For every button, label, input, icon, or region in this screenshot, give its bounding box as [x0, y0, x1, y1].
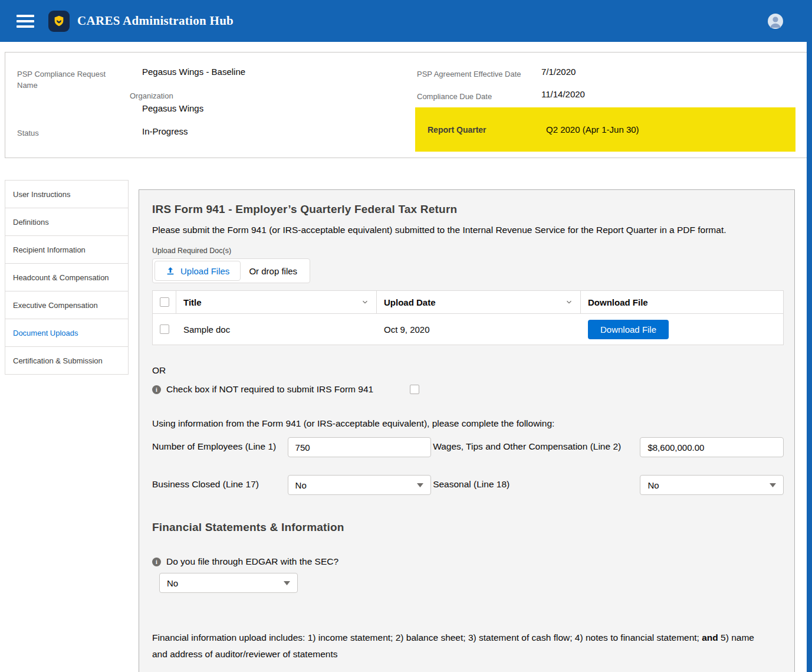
edgar-value: No	[167, 578, 178, 588]
upload-icon	[166, 266, 175, 276]
financial-upload-note: Financial information upload includes: 1…	[152, 630, 768, 663]
info-icon[interactable]	[152, 385, 161, 394]
wages-input[interactable]	[640, 437, 784, 457]
not-required-row: Check box if NOT required to submit IRS …	[152, 384, 784, 395]
vertical-scrollbar[interactable]	[807, 0, 812, 672]
effective-date-value: 7/1/2020	[541, 67, 576, 77]
organization-label: Organization	[130, 90, 173, 101]
upload-date-cell: Oct 9, 2020	[377, 324, 581, 335]
column-header-download-file: Download File	[581, 291, 783, 313]
row-checkbox-cell	[153, 324, 176, 334]
dropdown-arrow-icon	[770, 483, 776, 487]
section-nav: User Instructions Definitions Recipient …	[5, 180, 129, 375]
shield-icon	[52, 15, 65, 28]
document-title-cell: Sample doc	[176, 324, 377, 335]
sidebar-item-executive-compensation[interactable]: Executive Compensation	[5, 291, 129, 319]
sidebar-item-recipient-information[interactable]: Recipient Information	[5, 235, 129, 264]
sidebar-item-certification-submission[interactable]: Certification & Submission	[5, 346, 129, 375]
file-dropzone[interactable]: Upload Files Or drop files	[152, 258, 310, 283]
row-checkbox[interactable]	[160, 324, 169, 334]
financial-statements-heading: Financial Statements & Information	[152, 521, 784, 534]
sidebar-item-label: Headcount & Compensation	[13, 273, 109, 282]
organization-value: Pegasus Wings	[142, 103, 203, 113]
sidebar-item-label: Document Uploads	[13, 329, 78, 337]
dropdown-arrow-icon	[417, 483, 423, 487]
sidebar-item-label: Certification & Submission	[13, 356, 103, 365]
request-name-value: Pegasus Wings - Baseline	[142, 67, 245, 77]
sidebar-item-label: Recipient Information	[13, 245, 86, 254]
employees-input[interactable]	[288, 437, 432, 457]
business-closed-select[interactable]: No	[288, 475, 432, 495]
dropdown-arrow-icon	[284, 581, 290, 585]
note-part1: Financial information upload includes: 1…	[152, 632, 702, 643]
sidebar-item-label: User Instructions	[13, 190, 71, 199]
column-download-label: Download File	[588, 297, 648, 307]
note-bold: and	[702, 632, 718, 643]
form-row-2: Business Closed (Line 17) No Seasonal (L…	[152, 475, 784, 495]
app-title: CARES Administration Hub	[77, 14, 234, 28]
form-941-instructions: Using information from the Form 941 (or …	[152, 418, 784, 429]
sidebar-item-label: Executive Compensation	[13, 301, 98, 310]
upload-files-label: Upload Files	[180, 266, 229, 276]
compliance-summary-card: PSP Compliance Request Name Pegasus Wing…	[5, 52, 807, 158]
report-quarter-highlight: Report Quarter Q2 2020 (Apr 1-Jun 30)	[415, 107, 795, 152]
download-file-button[interactable]: Download File	[588, 320, 669, 339]
menu-icon[interactable]	[17, 15, 34, 28]
edgar-question-label: Do you file through EDGAR with the SEC?	[166, 556, 338, 567]
sidebar-item-user-instructions[interactable]: User Instructions	[5, 180, 129, 208]
documents-table: Title Upload Date Download File Sample d…	[152, 290, 784, 345]
column-title-label: Title	[183, 297, 202, 307]
due-date-value: 11/14/2020	[541, 89, 585, 99]
status-value: In-Progress	[142, 126, 188, 136]
report-quarter-label: Report Quarter	[428, 125, 546, 135]
sort-chevron-icon[interactable]	[361, 298, 369, 306]
documents-table-header: Title Upload Date Download File	[153, 291, 783, 314]
column-upload-date-label: Upload Date	[384, 297, 436, 307]
app-header: CARES Administration Hub	[0, 0, 812, 42]
edgar-select[interactable]: No	[159, 573, 298, 593]
not-required-label: Check box if NOT required to submit IRS …	[166, 384, 373, 395]
edgar-question-row: Do you file through EDGAR with the SEC?	[152, 556, 784, 567]
upload-files-button[interactable]: Upload Files	[154, 261, 241, 281]
due-date-label: Compliance Due Date	[417, 91, 538, 102]
drop-files-label: Or drop files	[249, 266, 297, 276]
report-quarter-value: Q2 2020 (Apr 1-Jun 30)	[546, 124, 639, 135]
column-header-upload-date[interactable]: Upload Date	[377, 291, 581, 313]
app-logo	[48, 11, 70, 32]
info-icon[interactable]	[152, 558, 161, 566]
column-header-title[interactable]: Title	[176, 291, 377, 313]
request-name-label: PSP Compliance Request Name	[17, 68, 117, 91]
document-uploads-panel: IRS Form 941 - Employer’s Quarterly Fede…	[139, 189, 795, 672]
business-closed-value: No	[295, 480, 307, 490]
not-required-checkbox[interactable]	[410, 385, 419, 394]
table-row: Sample doc Oct 9, 2020 Download File	[153, 314, 783, 345]
sort-chevron-icon[interactable]	[565, 298, 573, 306]
or-label: OR	[152, 365, 784, 376]
select-all-checkbox[interactable]	[160, 297, 169, 307]
sidebar-item-label: Definitions	[13, 218, 49, 227]
form-row-1: Number of Employees (Line 1) Wages, Tips…	[152, 437, 784, 457]
business-closed-label: Business Closed (Line 17)	[152, 475, 288, 493]
irs-form-941-description: Please submit the Form 941 (or IRS-accep…	[152, 222, 782, 238]
wages-label: Wages, Tips and Other Compensation (Line…	[433, 437, 640, 455]
sidebar-item-headcount-compensation[interactable]: Headcount & Compensation	[5, 263, 129, 291]
sidebar-item-definitions[interactable]: Definitions	[5, 208, 129, 236]
download-cell: Download File	[581, 320, 783, 339]
status-label: Status	[17, 127, 39, 139]
upload-required-label: Upload Required Doc(s)	[152, 247, 784, 255]
irs-form-941-heading: IRS Form 941 - Employer’s Quarterly Fede…	[152, 203, 784, 216]
select-all-cell	[153, 291, 176, 313]
seasonal-label: Seasonal (Line 18)	[433, 475, 640, 493]
effective-date-label: PSP Agreement Effective Date	[417, 68, 538, 80]
seasonal-value: No	[647, 480, 659, 490]
employees-label: Number of Employees (Line 1)	[152, 437, 288, 455]
user-avatar-icon[interactable]	[767, 13, 784, 29]
sidebar-item-document-uploads[interactable]: Document Uploads	[5, 319, 129, 347]
seasonal-select[interactable]: No	[640, 475, 784, 495]
